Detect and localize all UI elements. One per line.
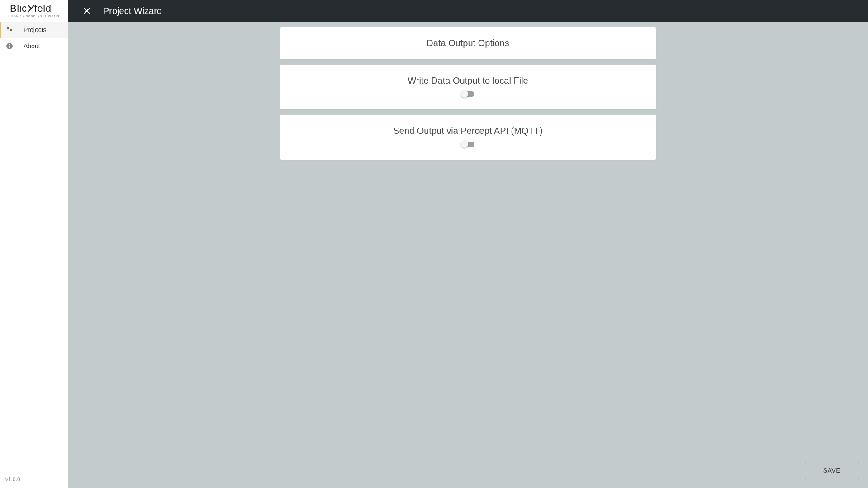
close-button[interactable] [76,0,98,22]
version-divider [5,474,18,474]
toggle-send-mqtt[interactable] [462,142,474,147]
sidebar-item-about[interactable]: About [0,38,68,54]
logo-tagline: LiDAR / scan your world [8,14,59,18]
svg-rect-2 [7,27,9,29]
svg-text:Blic: Blic [10,4,27,13]
main-content: Data Output Options Write Data Output to… [68,22,868,488]
card-data-output-options: Data Output Options [280,27,656,59]
logo: Blic feld LiDAR / scan your world [0,0,68,22]
svg-point-6 [9,44,10,45]
toggle-knob [461,90,468,98]
card-title: Send Output via Percept API (MQTT) [291,126,645,136]
svg-text:feld: feld [34,4,51,13]
svg-rect-5 [9,46,10,48]
card-send-mqtt: Send Output via Percept API (MQTT) [280,115,656,160]
info-icon [5,42,14,50]
sidebar-item-label: About [24,43,40,50]
save-button[interactable]: SAVE [805,462,859,479]
version-label: v1.0.0 [0,476,68,488]
sidebar-item-projects[interactable]: Projects [0,22,68,38]
toggle-knob [461,141,468,148]
card-title: Write Data Output to local File [291,76,645,86]
close-icon [83,7,91,15]
sidebar: Projects About v1.0.0 [0,22,68,488]
svg-rect-3 [10,29,12,31]
card-title: Data Output Options [291,38,645,48]
header: Blic feld LiDAR / scan your world Projec… [0,0,868,22]
toggle-write-local-file[interactable] [462,91,474,97]
header-title: Project Wizard [103,6,162,16]
projects-icon [5,26,14,34]
sidebar-item-label: Projects [24,26,47,33]
card-write-local-file: Write Data Output to local File [280,65,656,109]
logo-svg: Blic feld [10,4,58,13]
